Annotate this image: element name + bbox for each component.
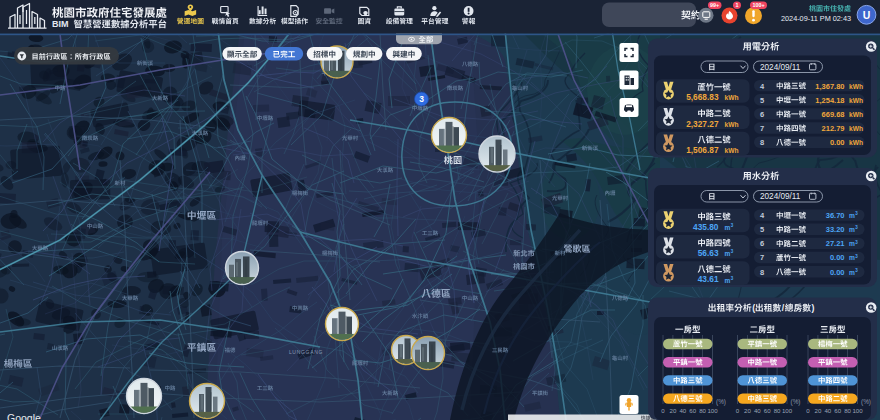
svg-text:(%): (%)	[791, 398, 801, 406]
svg-text:m: m	[849, 254, 855, 261]
svg-text:m: m	[849, 269, 855, 276]
svg-text:1,254.18: 1,254.18	[815, 96, 844, 105]
svg-text:(: (	[752, 303, 755, 313]
svg-text:kWh: kWh	[849, 83, 863, 90]
svg-text:60: 60	[689, 407, 696, 414]
svg-text:60: 60	[834, 407, 841, 414]
svg-text:80: 80	[699, 407, 706, 414]
svg-text:80: 80	[774, 407, 781, 414]
svg-text:1,367.80: 1,367.80	[815, 82, 844, 91]
svg-text:212.79: 212.79	[822, 124, 845, 133]
svg-text:(%): (%)	[716, 398, 726, 406]
svg-text:(%): (%)	[861, 398, 871, 406]
svg-text:20: 20	[744, 407, 751, 414]
svg-text:36.70: 36.70	[826, 211, 845, 220]
svg-text:2024-09-11 PM 02:43: 2024-09-11 PM 02:43	[781, 14, 851, 23]
svg-text:m: m	[849, 240, 855, 247]
svg-text:40: 40	[679, 407, 686, 414]
svg-text:33.20: 33.20	[826, 225, 845, 234]
svg-text:Google: Google	[7, 412, 41, 420]
svg-text:BIM: BIM	[52, 19, 69, 29]
svg-text:kWh: kWh	[849, 125, 863, 132]
svg-text:kWh: kWh	[725, 147, 739, 154]
svg-text:5: 5	[760, 225, 764, 234]
svg-text:m: m	[725, 277, 731, 284]
svg-text:U: U	[863, 9, 871, 21]
svg-text:40: 40	[754, 407, 761, 414]
svg-text:27.21: 27.21	[826, 239, 845, 248]
svg-text:40: 40	[824, 407, 831, 414]
svg-text:): )	[811, 303, 814, 313]
svg-text:kWh: kWh	[849, 139, 863, 146]
svg-text:1,506.87: 1,506.87	[686, 145, 719, 155]
svg-text:435.80: 435.80	[693, 222, 719, 232]
svg-text:5,668.83: 5,668.83	[686, 92, 719, 102]
svg-text:kWh: kWh	[725, 121, 739, 128]
svg-text:m: m	[725, 250, 731, 257]
svg-text:LUNGGANG: LUNGGANG	[289, 349, 323, 355]
svg-text:kWh: kWh	[849, 111, 863, 118]
svg-text:56.63: 56.63	[698, 248, 719, 258]
svg-text:20: 20	[670, 407, 677, 414]
svg-text:43.61: 43.61	[698, 274, 719, 284]
svg-text:kWh: kWh	[725, 94, 739, 101]
svg-text:60: 60	[764, 407, 771, 414]
svg-text:8: 8	[760, 268, 764, 277]
svg-text:100: 100	[852, 407, 863, 414]
svg-text:2,327.27: 2,327.27	[686, 119, 719, 129]
svg-text:7: 7	[760, 124, 764, 133]
svg-text:5: 5	[760, 96, 764, 105]
svg-text:0.00: 0.00	[830, 138, 845, 147]
svg-text:99+: 99+	[710, 2, 719, 8]
svg-text:0.00: 0.00	[830, 253, 845, 262]
svg-text:100+: 100+	[752, 2, 764, 8]
svg-text:3: 3	[419, 94, 424, 104]
svg-text:kWh: kWh	[849, 97, 863, 104]
svg-text:2024/09/11: 2024/09/11	[760, 192, 801, 201]
svg-text:7: 7	[760, 253, 764, 262]
svg-text:m: m	[725, 224, 731, 231]
svg-text:2024/09/11: 2024/09/11	[760, 63, 801, 72]
svg-text:100: 100	[707, 407, 718, 414]
svg-text:20: 20	[815, 407, 822, 414]
svg-text:100: 100	[782, 407, 793, 414]
svg-text:669.68: 669.68	[822, 110, 845, 119]
svg-text:m: m	[849, 226, 855, 233]
svg-text:80: 80	[844, 407, 851, 414]
svg-text:6: 6	[760, 239, 764, 248]
svg-text:0.00: 0.00	[830, 268, 845, 277]
svg-text:8: 8	[760, 138, 764, 147]
svg-text:1: 1	[736, 2, 739, 8]
svg-text:6: 6	[760, 110, 764, 119]
svg-text:m: m	[849, 212, 855, 219]
